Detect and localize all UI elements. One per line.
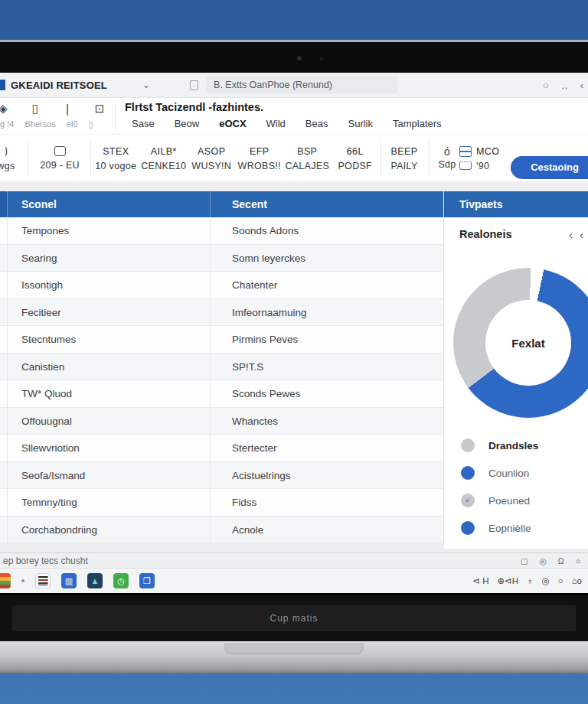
tray-icon[interactable]: ⊲ H <box>472 575 488 586</box>
cell-secent: Fidss <box>211 489 443 516</box>
row-gutter <box>0 245 8 272</box>
toolbar-item[interactable]: 66L PODSF <box>332 135 380 182</box>
page-outline-icon <box>54 146 66 156</box>
chart-pagination: ‹ ‹ <box>569 228 583 241</box>
tray-icon[interactable]: ○ <box>558 576 564 585</box>
toolbar-divider <box>429 141 430 176</box>
cell-sconel: Offouugnal <box>8 408 211 435</box>
menu-item[interactable]: Sase <box>132 118 155 129</box>
next-arrow-icon[interactable]: ‹ <box>580 228 583 241</box>
toolbar: ⟯ wgs 209 - EU STEX 10 vogoe AILB* <box>0 134 588 181</box>
menu-item[interactable]: Beas <box>305 118 328 129</box>
table-row[interactable]: Sllewvriotion Stertecter <box>0 435 443 462</box>
quick-action-caption: ▯ <box>89 119 93 129</box>
menu-item[interactable]: Surlik <box>348 118 374 129</box>
row-gutter <box>0 299 8 326</box>
beep-paily-control[interactable]: BEEP PAILY <box>381 135 428 182</box>
header-gutter <box>0 191 8 217</box>
legend-label: Counlion <box>488 468 529 479</box>
menu-item[interactable]: Tamplaters <box>393 118 442 129</box>
table-header-row: Sconel Secent <box>0 191 443 217</box>
list-app-icon[interactable] <box>35 573 51 588</box>
statusbar-icons: ▢◎Ω○ <box>521 556 580 565</box>
table-row[interactable]: Tempones Soonds Adons <box>0 217 443 245</box>
legend-label: Poeuned <box>488 495 530 507</box>
taskbar-dot <box>21 579 24 582</box>
pin-icon[interactable]: ▯ <box>28 102 43 116</box>
collapse-icon[interactable]: ‹ <box>580 80 583 91</box>
toolbar-left-group[interactable]: ⟯ wgs <box>0 135 21 182</box>
table-row[interactable]: Offouugnal Whanctes <box>0 408 443 435</box>
chart-panel: Tivpaets Realoneis ‹ ‹ Fexlat <box>444 191 588 549</box>
titlebar: GKEAIDI REITSOEL ⌄ B. Extts OanPhoe (Ren… <box>0 73 588 98</box>
cell-secent: Imfeornaamuing <box>211 299 443 326</box>
chevron-down-icon[interactable]: ⌄ <box>142 80 150 90</box>
account-circle-icon[interactable]: ○ <box>543 80 549 91</box>
table-row[interactable]: Stecntumes Pirmins Peves <box>0 326 443 354</box>
page-size-control[interactable]: 209 - EU <box>29 135 90 182</box>
legend-item[interactable]: Counlion <box>444 459 588 487</box>
row-gutter <box>0 354 8 380</box>
toolbar-item[interactable]: BSP CALAJES <box>283 135 332 182</box>
cell-secent: Acistuelrings <box>211 462 443 489</box>
table-row[interactable]: Corchabondriing Acnole <box>0 517 443 544</box>
cell-sconel: Seofa/Ismand <box>8 462 211 489</box>
data-table: Sconel Secent Tempones Soonds Adons <box>0 191 444 543</box>
comment-icon[interactable]: ⊡ <box>92 102 107 116</box>
statusbar-icon[interactable]: ▢ <box>521 556 528 565</box>
shield-icon[interactable]: ◈ <box>0 102 11 116</box>
browser-app-icon[interactable]: ❒ <box>139 573 155 588</box>
legend-item[interactable]: Eopnièlle <box>444 514 588 542</box>
table-row[interactable]: Fecitieer Imfeornaamuing <box>0 299 443 327</box>
table-row[interactable]: Seofa/Ismand Acistuelrings <box>0 462 443 490</box>
statusbar-icon[interactable]: Ω <box>558 556 564 565</box>
menu-item[interactable]: Wild <box>266 118 286 129</box>
menu-item[interactable]: eOCX <box>219 118 246 129</box>
legend-dot-icon: ✓ <box>461 494 475 507</box>
legend-item[interactable]: Drandsles <box>444 432 588 459</box>
tray-icon[interactable]: ♁ <box>527 576 534 585</box>
legend-dot-icon <box>461 438 475 452</box>
quick-action-caption: ng !4 <box>0 119 14 129</box>
cell-secent: Somn leyerckes <box>211 245 443 272</box>
cell-sconel: Sllewvriotion <box>8 435 211 461</box>
status-text: ep borey tecs chusht <box>3 556 88 566</box>
mco-control[interactable]: MCO '90 <box>459 135 514 182</box>
column-header-sconel[interactable]: Sconel <box>8 191 211 217</box>
toolbar-item[interactable]: AILB* CENKE10 <box>140 135 188 182</box>
toolbar-item[interactable]: ASOP WUSY!N <box>188 135 236 182</box>
document-tab[interactable]: B. Extts OanPhoe (Renund) <box>206 77 397 93</box>
cell-secent: Pirmins Peves <box>211 326 443 353</box>
people-app-icon[interactable]: ▥ <box>61 573 77 588</box>
row-gutter <box>0 517 8 543</box>
table-row[interactable]: Searing Somn leyerckes <box>0 245 443 272</box>
legend-label: Eopnièlle <box>488 523 531 534</box>
row-gutter <box>0 462 8 489</box>
bezel-inner-panel: Cup matis <box>12 605 576 631</box>
primary-action-button[interactable]: Cestaoing <box>511 156 588 179</box>
mail-app-icon[interactable]: ▲ <box>87 573 103 588</box>
toolbar-item[interactable]: STEX 10 vogoe <box>92 135 140 182</box>
toolbar-item[interactable]: EFP WROBS!! <box>236 135 284 182</box>
main-content: Sconel Secent Tempones Soonds Adons <box>0 181 588 552</box>
laptop-bottom-bezel: Cup matis <box>0 593 588 641</box>
stripes-app-icon[interactable] <box>0 573 11 588</box>
menu-item[interactable]: Beow <box>175 118 200 129</box>
cell-secent: Stertecter <box>211 435 443 461</box>
tray-icon[interactable]: ⊕⊲H <box>497 575 518 586</box>
stopwatch-icon: ó <box>444 148 450 155</box>
table-row[interactable]: Temnny/ting Fidss <box>0 489 443 517</box>
column-header-secent[interactable]: Secent <box>211 191 443 217</box>
table-row[interactable]: TW* Qluod Sconds Pewes <box>0 380 443 408</box>
table-row[interactable]: Issontigh Chatenter <box>0 272 443 299</box>
legend-item[interactable]: ✓ Poeuned <box>444 487 588 514</box>
statusbar-icon[interactable]: ○ <box>576 556 580 565</box>
statusbar-icon[interactable]: ◎ <box>540 556 547 565</box>
toolbar-divider <box>28 141 28 176</box>
tray-icon[interactable]: ⌂o <box>572 576 582 585</box>
more-options-icon[interactable]: ‥ <box>561 80 568 91</box>
clock-app-icon[interactable]: ◷ <box>113 573 129 588</box>
tray-icon[interactable]: ◎ <box>542 575 550 586</box>
table-row[interactable]: Canistien SP!T.S <box>0 354 443 381</box>
prev-arrow-icon[interactable]: ‹ <box>569 228 573 241</box>
